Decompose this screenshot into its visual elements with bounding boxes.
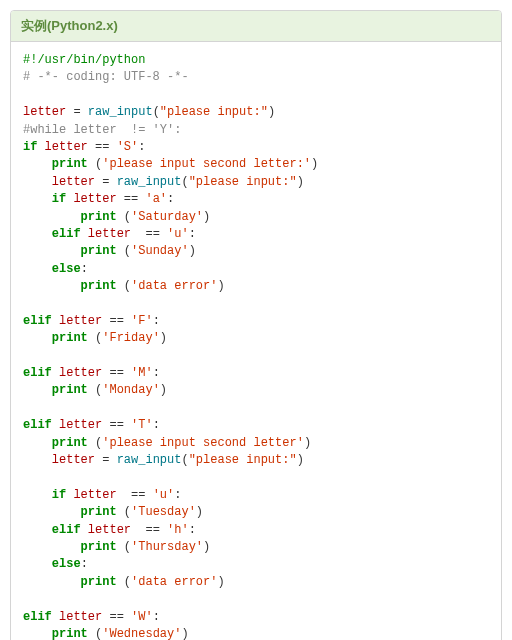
str-friday: 'Friday': [102, 331, 160, 345]
op-assign: =: [102, 453, 109, 467]
lit-F: 'F': [131, 314, 153, 328]
kw-elif: elif: [23, 418, 52, 432]
paren-close: ): [160, 331, 167, 345]
colon: :: [153, 418, 160, 432]
str-second: 'please input second letter:': [102, 157, 311, 171]
coding-line: # -*- coding: UTF-8 -*-: [23, 70, 189, 84]
paren-close: ): [196, 505, 203, 519]
var-letter: letter: [23, 105, 66, 119]
kw-if: if: [52, 488, 66, 502]
kw-else: else: [52, 262, 81, 276]
str-error: 'data error': [131, 279, 217, 293]
op-assign: =: [73, 105, 80, 119]
kw-print: print: [52, 627, 88, 640]
var-letter: letter: [73, 488, 116, 502]
paren-open: (: [124, 505, 131, 519]
paren-close: ): [297, 175, 304, 189]
var-letter: letter: [88, 523, 131, 537]
str-error: 'data error': [131, 575, 217, 589]
paren-close: ): [203, 210, 210, 224]
str-thursday: 'Thursday': [131, 540, 203, 554]
kw-print: print: [52, 436, 88, 450]
colon: :: [189, 523, 196, 537]
colon: :: [81, 262, 88, 276]
colon: :: [138, 140, 145, 154]
op-eq: ==: [145, 227, 159, 241]
colon: :: [189, 227, 196, 241]
paren-close: ): [311, 157, 318, 171]
lit-u: 'u': [167, 227, 189, 241]
paren-close: ): [268, 105, 275, 119]
str-saturday: 'Saturday': [131, 210, 203, 224]
kw-else: else: [52, 557, 81, 571]
paren-close: ): [217, 279, 224, 293]
paren-close: ): [203, 540, 210, 554]
fn-raw-input: raw_input: [117, 175, 182, 189]
paren-open: (: [153, 105, 160, 119]
str-sunday: 'Sunday': [131, 244, 189, 258]
var-letter: letter: [59, 418, 102, 432]
op-assign: =: [102, 175, 109, 189]
lit-a: 'a': [145, 192, 167, 206]
lit-W: 'W': [131, 610, 153, 624]
str-wednesday: 'Wednesday': [102, 627, 181, 640]
var-letter: letter: [59, 610, 102, 624]
paren-close: ): [160, 383, 167, 397]
fn-raw-input: raw_input: [117, 453, 182, 467]
paren-open: (: [124, 575, 131, 589]
fn-raw-input: raw_input: [88, 105, 153, 119]
kw-print: print: [81, 505, 117, 519]
kw-if: if: [52, 192, 66, 206]
lit-T: 'T': [131, 418, 153, 432]
kw-print: print: [52, 383, 88, 397]
op-eq: ==: [145, 523, 159, 537]
comment-while: #while letter != 'Y':: [23, 123, 181, 137]
kw-elif: elif: [23, 366, 52, 380]
var-letter: letter: [59, 366, 102, 380]
str-prompt: "please input:": [189, 453, 297, 467]
var-letter: letter: [88, 227, 131, 241]
var-letter: letter: [52, 175, 95, 189]
paren-open: (: [181, 453, 188, 467]
str-prompt: "please input:": [160, 105, 268, 119]
str-tuesday: 'Tuesday': [131, 505, 196, 519]
op-eq: ==: [131, 488, 145, 502]
str-monday: 'Monday': [102, 383, 160, 397]
kw-if: if: [23, 140, 37, 154]
code-block: #!/usr/bin/python # -*- coding: UTF-8 -*…: [11, 42, 501, 640]
op-eq: ==: [109, 314, 123, 328]
op-eq: ==: [124, 192, 138, 206]
colon: :: [174, 488, 181, 502]
example-header: 实例(Python2.x): [11, 11, 501, 42]
var-letter: letter: [45, 140, 88, 154]
example-box: 实例(Python2.x) #!/usr/bin/python # -*- co…: [10, 10, 502, 640]
kw-elif: elif: [52, 227, 81, 241]
colon: :: [167, 192, 174, 206]
lit-u: 'u': [153, 488, 175, 502]
op-eq: ==: [109, 418, 123, 432]
paren-open: (: [124, 279, 131, 293]
str-second2: 'please input second letter': [102, 436, 304, 450]
paren-close: ): [297, 453, 304, 467]
lit-S: 'S': [117, 140, 139, 154]
colon: :: [81, 557, 88, 571]
paren-open: (: [124, 210, 131, 224]
var-letter: letter: [52, 453, 95, 467]
paren-close: ): [189, 244, 196, 258]
kw-print: print: [81, 540, 117, 554]
var-letter: letter: [59, 314, 102, 328]
paren-open: (: [124, 540, 131, 554]
kw-print: print: [81, 575, 117, 589]
paren-close: ): [217, 575, 224, 589]
str-prompt: "please input:": [189, 175, 297, 189]
kw-print: print: [81, 279, 117, 293]
op-eq: ==: [95, 140, 109, 154]
paren-close: ): [304, 436, 311, 450]
paren-close: ): [181, 627, 188, 640]
kw-elif: elif: [52, 523, 81, 537]
op-eq: ==: [109, 610, 123, 624]
header-title: 实例(Python2.x): [21, 18, 118, 33]
kw-print: print: [81, 210, 117, 224]
kw-print: print: [52, 157, 88, 171]
colon: :: [153, 314, 160, 328]
